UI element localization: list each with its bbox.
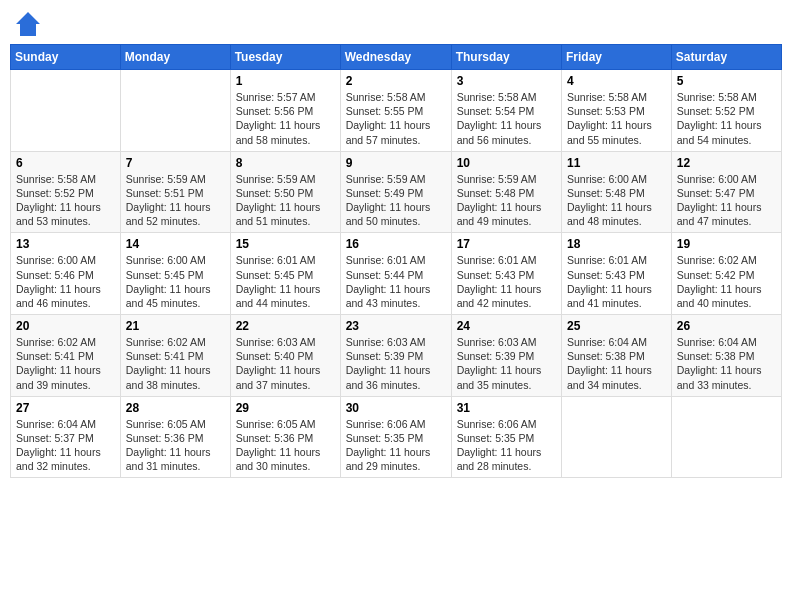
day-info: Sunrise: 6:03 AM Sunset: 5:39 PM Dayligh… [457,335,556,392]
day-number: 12 [677,156,776,170]
week-row-3: 20Sunrise: 6:02 AM Sunset: 5:41 PM Dayli… [11,315,782,397]
header-thursday: Thursday [451,45,561,70]
calendar-cell: 28Sunrise: 6:05 AM Sunset: 5:36 PM Dayli… [120,396,230,478]
calendar-cell: 8Sunrise: 5:59 AM Sunset: 5:50 PM Daylig… [230,151,340,233]
day-number: 22 [236,319,335,333]
day-number: 31 [457,401,556,415]
calendar-cell: 10Sunrise: 5:59 AM Sunset: 5:48 PM Dayli… [451,151,561,233]
week-row-4: 27Sunrise: 6:04 AM Sunset: 5:37 PM Dayli… [11,396,782,478]
logo [14,10,46,38]
calendar: SundayMondayTuesdayWednesdayThursdayFrid… [10,44,782,478]
day-info: Sunrise: 5:59 AM Sunset: 5:51 PM Dayligh… [126,172,225,229]
calendar-cell: 30Sunrise: 6:06 AM Sunset: 5:35 PM Dayli… [340,396,451,478]
header-friday: Friday [562,45,672,70]
day-info: Sunrise: 6:01 AM Sunset: 5:44 PM Dayligh… [346,253,446,310]
day-number: 19 [677,237,776,251]
day-info: Sunrise: 6:04 AM Sunset: 5:37 PM Dayligh… [16,417,115,474]
day-info: Sunrise: 5:58 AM Sunset: 5:52 PM Dayligh… [677,90,776,147]
day-number: 21 [126,319,225,333]
calendar-cell: 18Sunrise: 6:01 AM Sunset: 5:43 PM Dayli… [562,233,672,315]
calendar-cell: 24Sunrise: 6:03 AM Sunset: 5:39 PM Dayli… [451,315,561,397]
day-number: 28 [126,401,225,415]
day-number: 5 [677,74,776,88]
day-number: 30 [346,401,446,415]
day-info: Sunrise: 6:00 AM Sunset: 5:46 PM Dayligh… [16,253,115,310]
calendar-cell: 2Sunrise: 5:58 AM Sunset: 5:55 PM Daylig… [340,70,451,152]
calendar-cell: 19Sunrise: 6:02 AM Sunset: 5:42 PM Dayli… [671,233,781,315]
day-number: 20 [16,319,115,333]
calendar-cell: 13Sunrise: 6:00 AM Sunset: 5:46 PM Dayli… [11,233,121,315]
calendar-cell: 26Sunrise: 6:04 AM Sunset: 5:38 PM Dayli… [671,315,781,397]
calendar-cell: 31Sunrise: 6:06 AM Sunset: 5:35 PM Dayli… [451,396,561,478]
day-info: Sunrise: 5:59 AM Sunset: 5:50 PM Dayligh… [236,172,335,229]
day-number: 10 [457,156,556,170]
day-number: 9 [346,156,446,170]
calendar-cell: 29Sunrise: 6:05 AM Sunset: 5:36 PM Dayli… [230,396,340,478]
day-number: 18 [567,237,666,251]
calendar-cell: 17Sunrise: 6:01 AM Sunset: 5:43 PM Dayli… [451,233,561,315]
day-number: 4 [567,74,666,88]
calendar-cell: 7Sunrise: 5:59 AM Sunset: 5:51 PM Daylig… [120,151,230,233]
logo-icon [14,10,42,38]
day-info: Sunrise: 6:03 AM Sunset: 5:39 PM Dayligh… [346,335,446,392]
calendar-cell: 5Sunrise: 5:58 AM Sunset: 5:52 PM Daylig… [671,70,781,152]
day-info: Sunrise: 6:06 AM Sunset: 5:35 PM Dayligh… [457,417,556,474]
calendar-cell: 6Sunrise: 5:58 AM Sunset: 5:52 PM Daylig… [11,151,121,233]
calendar-cell: 16Sunrise: 6:01 AM Sunset: 5:44 PM Dayli… [340,233,451,315]
header-sunday: Sunday [11,45,121,70]
day-info: Sunrise: 6:00 AM Sunset: 5:45 PM Dayligh… [126,253,225,310]
day-number: 2 [346,74,446,88]
day-number: 27 [16,401,115,415]
calendar-cell: 11Sunrise: 6:00 AM Sunset: 5:48 PM Dayli… [562,151,672,233]
day-number: 3 [457,74,556,88]
day-number: 15 [236,237,335,251]
day-info: Sunrise: 6:02 AM Sunset: 5:41 PM Dayligh… [16,335,115,392]
day-info: Sunrise: 6:06 AM Sunset: 5:35 PM Dayligh… [346,417,446,474]
day-info: Sunrise: 6:04 AM Sunset: 5:38 PM Dayligh… [567,335,666,392]
day-number: 23 [346,319,446,333]
week-row-0: 1Sunrise: 5:57 AM Sunset: 5:56 PM Daylig… [11,70,782,152]
calendar-cell: 22Sunrise: 6:03 AM Sunset: 5:40 PM Dayli… [230,315,340,397]
calendar-cell [671,396,781,478]
day-info: Sunrise: 6:05 AM Sunset: 5:36 PM Dayligh… [236,417,335,474]
day-number: 11 [567,156,666,170]
week-row-2: 13Sunrise: 6:00 AM Sunset: 5:46 PM Dayli… [11,233,782,315]
week-row-1: 6Sunrise: 5:58 AM Sunset: 5:52 PM Daylig… [11,151,782,233]
day-number: 13 [16,237,115,251]
day-info: Sunrise: 6:04 AM Sunset: 5:38 PM Dayligh… [677,335,776,392]
calendar-cell: 1Sunrise: 5:57 AM Sunset: 5:56 PM Daylig… [230,70,340,152]
day-number: 1 [236,74,335,88]
day-number: 25 [567,319,666,333]
day-number: 16 [346,237,446,251]
calendar-cell: 20Sunrise: 6:02 AM Sunset: 5:41 PM Dayli… [11,315,121,397]
day-number: 6 [16,156,115,170]
day-info: Sunrise: 6:01 AM Sunset: 5:43 PM Dayligh… [567,253,666,310]
day-number: 26 [677,319,776,333]
calendar-cell: 14Sunrise: 6:00 AM Sunset: 5:45 PM Dayli… [120,233,230,315]
calendar-cell: 4Sunrise: 5:58 AM Sunset: 5:53 PM Daylig… [562,70,672,152]
day-info: Sunrise: 6:02 AM Sunset: 5:41 PM Dayligh… [126,335,225,392]
day-info: Sunrise: 6:01 AM Sunset: 5:43 PM Dayligh… [457,253,556,310]
day-number: 29 [236,401,335,415]
calendar-cell: 21Sunrise: 6:02 AM Sunset: 5:41 PM Dayli… [120,315,230,397]
header-wednesday: Wednesday [340,45,451,70]
day-number: 14 [126,237,225,251]
day-info: Sunrise: 5:59 AM Sunset: 5:48 PM Dayligh… [457,172,556,229]
calendar-cell [562,396,672,478]
day-info: Sunrise: 5:57 AM Sunset: 5:56 PM Dayligh… [236,90,335,147]
calendar-cell: 12Sunrise: 6:00 AM Sunset: 5:47 PM Dayli… [671,151,781,233]
calendar-cell: 15Sunrise: 6:01 AM Sunset: 5:45 PM Dayli… [230,233,340,315]
day-info: Sunrise: 6:00 AM Sunset: 5:47 PM Dayligh… [677,172,776,229]
day-info: Sunrise: 6:05 AM Sunset: 5:36 PM Dayligh… [126,417,225,474]
header-saturday: Saturday [671,45,781,70]
svg-marker-0 [16,12,40,36]
calendar-cell: 9Sunrise: 5:59 AM Sunset: 5:49 PM Daylig… [340,151,451,233]
day-number: 7 [126,156,225,170]
calendar-cell: 27Sunrise: 6:04 AM Sunset: 5:37 PM Dayli… [11,396,121,478]
calendar-cell [120,70,230,152]
calendar-cell [11,70,121,152]
day-number: 17 [457,237,556,251]
day-info: Sunrise: 6:03 AM Sunset: 5:40 PM Dayligh… [236,335,335,392]
day-info: Sunrise: 6:00 AM Sunset: 5:48 PM Dayligh… [567,172,666,229]
day-info: Sunrise: 5:58 AM Sunset: 5:54 PM Dayligh… [457,90,556,147]
